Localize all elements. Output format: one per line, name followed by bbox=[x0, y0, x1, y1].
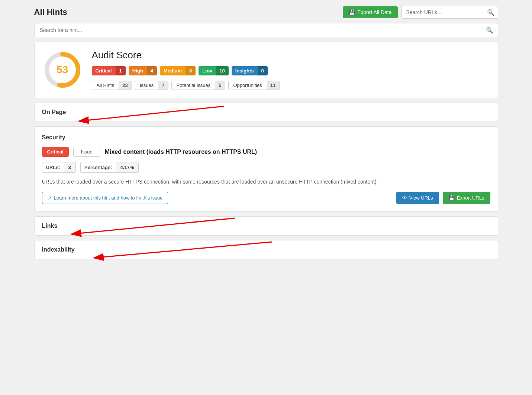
insights-badge[interactable]: Insights 0 bbox=[232, 66, 268, 75]
insights-badge-count: 0 bbox=[258, 66, 268, 75]
export-urls-button[interactable]: 💾 Export URLs bbox=[443, 192, 490, 204]
issues-count: 7 bbox=[158, 81, 168, 90]
high-badge-label: High bbox=[129, 66, 147, 75]
urls-stat: URLs: 3 bbox=[42, 162, 76, 173]
issue-header: Critical Issue Mixed content (loads HTTP… bbox=[42, 147, 490, 157]
security-title: Security bbox=[42, 134, 490, 141]
high-badge-count: 4 bbox=[147, 66, 157, 75]
learn-more-text: Learn more about this hint and how to fi… bbox=[54, 195, 163, 201]
percentage-stat: Percentage: 4.17% bbox=[80, 162, 139, 173]
hint-search-icon: 🔍 bbox=[486, 27, 493, 34]
export-urls-label: Export URLs bbox=[457, 195, 484, 201]
links-title: Links bbox=[42, 223, 58, 229]
filter-tabs: All Hints 23 Issues 7 Potential Issues 5… bbox=[92, 81, 490, 90]
low-badge[interactable]: Low 10 bbox=[199, 66, 228, 75]
all-hints-count: 23 bbox=[119, 81, 131, 90]
percentage-label: Percentage: bbox=[81, 162, 116, 172]
medium-badge-label: Medium bbox=[160, 66, 186, 75]
insights-badge-label: Insights bbox=[232, 66, 258, 75]
hint-search-input[interactable] bbox=[35, 23, 498, 37]
audit-score-card: 53 Audit Score Critical 1 High 4 Med bbox=[34, 42, 498, 98]
search-urls-icon: 🔍 bbox=[487, 9, 494, 16]
eye-icon: 👁 bbox=[402, 195, 407, 201]
search-urls-wrapper: 🔍 bbox=[402, 6, 498, 19]
severity-badges-row: Critical 1 High 4 Medium 8 Low 10 bbox=[92, 66, 490, 75]
opportunities-label: Opportunities bbox=[229, 81, 266, 90]
filter-tab-opportunities[interactable]: Opportunities 11 bbox=[228, 81, 280, 90]
medium-badge-count: 8 bbox=[186, 66, 196, 75]
audit-score-title: Audit Score bbox=[92, 49, 490, 61]
action-buttons: 👁 View URLs 💾 Export URLs bbox=[396, 192, 490, 204]
indexability-section-header: Indexability bbox=[34, 240, 498, 259]
filter-tab-all-hints[interactable]: All Hints 23 bbox=[92, 81, 132, 90]
view-urls-label: View URLs bbox=[409, 195, 433, 201]
low-badge-label: Low bbox=[199, 66, 216, 75]
learn-more-link[interactable]: ↗︎ Learn more about this hint and how to… bbox=[42, 192, 168, 204]
percentage-value: 4.17% bbox=[116, 162, 138, 172]
issue-actions-row: ↗︎ Learn more about this hint and how to… bbox=[42, 192, 490, 204]
potential-issues-label: Potential Issues bbox=[172, 81, 215, 90]
urls-label: URLs: bbox=[42, 162, 64, 172]
export-icon: 💾 bbox=[449, 195, 455, 201]
critical-badge-count: 1 bbox=[116, 66, 126, 75]
filter-tab-issues[interactable]: Issues 7 bbox=[135, 81, 169, 90]
issue-title: Mixed content (loads HTTP resources on H… bbox=[105, 149, 257, 155]
issue-description: URLs that are loaded over a secure HTTPS… bbox=[42, 178, 490, 186]
potential-issues-count: 5 bbox=[215, 81, 225, 90]
issue-type-badge: Issue bbox=[73, 147, 100, 157]
export-all-button[interactable]: 💾 Export All Data bbox=[343, 6, 398, 18]
all-hints-label: All Hints bbox=[92, 81, 119, 90]
critical-badge-label: Critical bbox=[92, 66, 116, 75]
low-badge-count: 10 bbox=[216, 66, 228, 75]
on-page-section-header: On Page bbox=[34, 103, 498, 122]
on-page-title: On Page bbox=[42, 109, 66, 115]
external-link-icon: ↗︎ bbox=[48, 195, 52, 201]
audit-score-donut: 53 bbox=[42, 49, 83, 90]
filter-tab-potential-issues[interactable]: Potential Issues 5 bbox=[171, 81, 225, 90]
urls-value: 3 bbox=[64, 162, 75, 172]
search-urls-input[interactable] bbox=[402, 6, 498, 19]
view-urls-button[interactable]: 👁 View URLs bbox=[396, 192, 439, 204]
export-all-label: Export All Data bbox=[357, 9, 392, 15]
audit-score-value: 53 bbox=[57, 64, 68, 76]
hint-search-wrapper: 🔍 bbox=[34, 23, 498, 37]
critical-badge[interactable]: Critical 1 bbox=[92, 66, 126, 75]
medium-badge[interactable]: Medium 8 bbox=[160, 66, 196, 75]
indexability-title: Indexability bbox=[42, 246, 75, 253]
high-badge[interactable]: High 4 bbox=[129, 66, 157, 75]
export-icon: 💾 bbox=[349, 9, 355, 15]
issue-stats-row: URLs: 3 Percentage: 4.17% bbox=[42, 162, 490, 173]
security-section-card: Security Critical Issue Mixed content (l… bbox=[34, 126, 498, 212]
opportunities-count: 11 bbox=[267, 81, 279, 90]
audit-score-content: Audit Score Critical 1 High 4 Medium 8 bbox=[92, 49, 490, 90]
page-title: All Hints bbox=[34, 7, 67, 17]
issues-label: Issues bbox=[135, 81, 158, 90]
issue-severity-badge: Critical bbox=[42, 147, 69, 157]
links-section-header: Links bbox=[34, 216, 498, 236]
header-actions: 💾 Export All Data 🔍 bbox=[343, 6, 498, 19]
